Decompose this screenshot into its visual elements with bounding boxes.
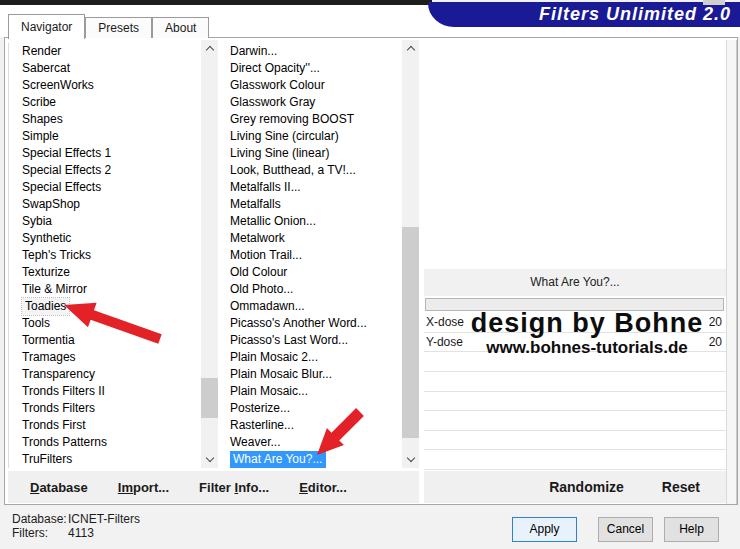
category-list-item[interactable]: Tormentia bbox=[9, 332, 200, 349]
category-list-item[interactable]: Tools bbox=[9, 315, 200, 332]
tab-bar: Navigator Presets About bbox=[8, 13, 209, 38]
category-label: Tramages bbox=[22, 349, 76, 366]
category-list-item[interactable]: ScreenWorks bbox=[9, 77, 200, 94]
scroll-up-button[interactable] bbox=[402, 40, 419, 57]
filter-list-item[interactable]: Picasso's Another Word... bbox=[222, 315, 402, 332]
filter-list-item[interactable]: Direct Opacity''... bbox=[222, 60, 402, 77]
filter-list-item[interactable]: Living Sine (linear) bbox=[222, 145, 402, 162]
filter-list-item[interactable]: What Are You?... bbox=[222, 451, 402, 468]
category-list-item[interactable]: Texturize bbox=[9, 264, 200, 281]
scroll-down-button[interactable] bbox=[201, 451, 218, 468]
category-list-item[interactable]: Tronds Patterns bbox=[9, 434, 200, 451]
filter-list-item[interactable]: Darwin... bbox=[222, 43, 402, 60]
category-label: Special Effects 2 bbox=[22, 162, 111, 179]
toolbar-button[interactable]: Database bbox=[30, 480, 88, 495]
category-list-item[interactable]: Teph's Tricks bbox=[9, 247, 200, 264]
filter-slider-track[interactable] bbox=[425, 298, 724, 311]
category-list-item[interactable]: Simple bbox=[9, 128, 200, 145]
database-status-value: ICNET-Filters bbox=[68, 512, 140, 526]
category-label: Tile & Mirror bbox=[22, 281, 87, 298]
category-list-item[interactable]: Sybia bbox=[9, 213, 200, 230]
filter-label: Living Sine (circular) bbox=[230, 128, 339, 145]
randomize-button[interactable]: Randomize bbox=[549, 479, 624, 495]
filters-count-value: 4113 bbox=[68, 526, 94, 540]
filter-label: Darwin... bbox=[230, 43, 277, 60]
filter-label: Picasso's Last Word... bbox=[230, 332, 348, 349]
category-list-item[interactable]: Tile & Mirror bbox=[9, 281, 200, 298]
apply-button[interactable]: Apply bbox=[512, 517, 577, 542]
filter-list-item[interactable]: Grey removing BOOST bbox=[222, 111, 402, 128]
filter-label: Weaver... bbox=[230, 434, 280, 451]
category-list-item[interactable]: TruFilters bbox=[9, 451, 200, 468]
filter-list-item[interactable]: Living Sine (circular) bbox=[222, 128, 402, 145]
category-list-item[interactable]: Tronds First bbox=[9, 417, 200, 434]
tab[interactable]: About bbox=[152, 17, 209, 38]
filter-list[interactable]: Darwin... Direct Opacity''... Glasswork … bbox=[222, 43, 402, 468]
parameter-row-xdose[interactable]: X-dose 20 bbox=[424, 313, 726, 333]
filter-list-item[interactable]: Metalfalls bbox=[222, 196, 402, 213]
reset-button[interactable]: Reset bbox=[662, 479, 700, 495]
filter-list-item[interactable]: Metalwork bbox=[222, 230, 402, 247]
category-list-item[interactable]: Synthetic bbox=[9, 230, 200, 247]
category-label: SwapShop bbox=[22, 196, 80, 213]
tab[interactable]: Navigator bbox=[8, 14, 85, 39]
category-list-item[interactable]: Tronds Filters II bbox=[9, 383, 200, 400]
filter-list-item[interactable]: Plain Mosaic... bbox=[222, 383, 402, 400]
filter-list-item[interactable]: Glasswork Gray bbox=[222, 94, 402, 111]
category-label: TruFilters bbox=[22, 451, 72, 468]
tab[interactable]: Presets bbox=[85, 17, 152, 38]
parameter-row-ydose[interactable]: Y-dose 20 bbox=[424, 333, 726, 353]
category-label: Render bbox=[22, 43, 61, 60]
filter-list-item[interactable]: Metalfalls II... bbox=[222, 179, 402, 196]
filter-label: Motion Trail... bbox=[230, 247, 302, 264]
category-list[interactable]: Render Sabercat ScreenWorks Scribe Shape… bbox=[8, 43, 200, 468]
scrollbar-thumb[interactable] bbox=[402, 227, 419, 438]
cancel-button[interactable]: Cancel bbox=[598, 517, 653, 542]
parameter-panel-scrollbar[interactable] bbox=[726, 40, 737, 504]
filter-list-item[interactable]: Plain Mosaic 2... bbox=[222, 349, 402, 366]
category-list-item[interactable]: SwapShop bbox=[9, 196, 200, 213]
filter-list-item[interactable]: Ommadawn... bbox=[222, 298, 402, 315]
category-list-item[interactable]: Special Effects bbox=[9, 179, 200, 196]
parameter-row-empty bbox=[424, 431, 726, 451]
category-list-scrollbar[interactable] bbox=[201, 40, 218, 468]
category-list-item[interactable]: Sabercat bbox=[9, 60, 200, 77]
help-button[interactable]: Help bbox=[664, 517, 719, 542]
filter-label: Glasswork Gray bbox=[230, 94, 315, 111]
category-list-item[interactable]: Scribe bbox=[9, 94, 200, 111]
scroll-down-button[interactable] bbox=[402, 451, 419, 468]
category-list-item[interactable]: Shapes bbox=[9, 111, 200, 128]
label-post: atabase bbox=[39, 480, 87, 495]
scrollbar-thumb[interactable] bbox=[201, 378, 218, 418]
category-list-item[interactable]: Special Effects 1 bbox=[9, 145, 200, 162]
filter-list-item[interactable]: Metallic Onion... bbox=[222, 213, 402, 230]
filter-list-item[interactable]: Old Colour bbox=[222, 264, 402, 281]
toolbar-button[interactable]: Editor... bbox=[299, 480, 347, 495]
category-label: Tronds Filters bbox=[22, 400, 95, 417]
database-status-label: Database: bbox=[12, 512, 68, 526]
category-list-item[interactable]: Toadies bbox=[9, 298, 200, 315]
category-list-item[interactable]: Tronds Filters bbox=[9, 400, 200, 417]
filter-label: Grey removing BOOST bbox=[230, 111, 354, 128]
toolbar-button[interactable]: Filter Info... bbox=[199, 480, 269, 495]
category-list-item[interactable]: Render bbox=[9, 43, 200, 60]
toolbar-button[interactable]: Import... bbox=[118, 480, 169, 495]
chevron-up-icon bbox=[406, 46, 414, 54]
filter-list-scrollbar[interactable] bbox=[402, 40, 419, 468]
category-list-item[interactable]: Tramages bbox=[9, 349, 200, 366]
filter-list-item[interactable]: Picasso's Last Word... bbox=[222, 332, 402, 349]
filter-list-item[interactable]: Posterize... bbox=[222, 400, 402, 417]
filter-list-item[interactable]: Old Photo... bbox=[222, 281, 402, 298]
category-list-item[interactable]: Transparency bbox=[9, 366, 200, 383]
filter-label: Metalfalls bbox=[230, 196, 281, 213]
parameter-row-empty bbox=[424, 352, 726, 372]
filter-list-item[interactable]: Glasswork Colour bbox=[222, 77, 402, 94]
scroll-up-button[interactable] bbox=[201, 40, 218, 57]
filter-list-item[interactable]: Rasterline... bbox=[222, 417, 402, 434]
category-list-item[interactable]: Special Effects 2 bbox=[9, 162, 200, 179]
filter-list-item[interactable]: Look, Butthead, a TV!... bbox=[222, 162, 402, 179]
category-label: Special Effects bbox=[22, 179, 101, 196]
filter-list-item[interactable]: Plain Mosaic Blur... bbox=[222, 366, 402, 383]
filter-list-item[interactable]: Motion Trail... bbox=[222, 247, 402, 264]
filter-list-item[interactable]: Weaver... bbox=[222, 434, 402, 451]
